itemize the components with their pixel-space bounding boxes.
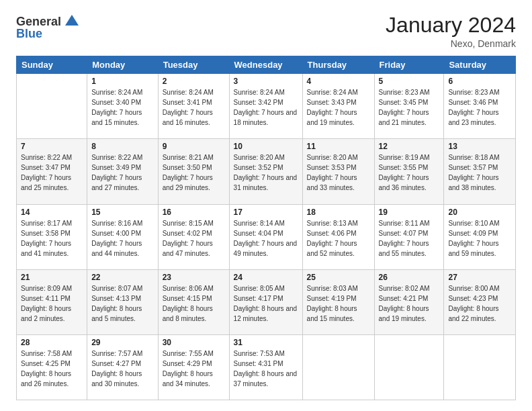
- day-number: 14: [21, 208, 83, 217]
- month-title: January 2024: [386, 13, 516, 37]
- day-number: 16: [163, 208, 225, 217]
- day-number: 7: [21, 142, 83, 151]
- table-row: 10Sunrise: 8:20 AMSunset: 3:52 PMDayligh…: [229, 139, 302, 204]
- table-row: 7Sunrise: 8:22 AMSunset: 3:47 PMDaylight…: [17, 139, 87, 204]
- header: General Blue January 2024 Nexo, Denmark: [16, 13, 516, 49]
- day-info: Sunrise: 8:23 AMSunset: 3:46 PMDaylight:…: [448, 87, 511, 128]
- day-info: Sunrise: 7:57 AMSunset: 4:27 PMDaylight:…: [91, 349, 154, 389]
- day-info: Sunrise: 8:07 AMSunset: 4:13 PMDaylight:…: [91, 283, 154, 324]
- table-row: 1Sunrise: 8:24 AMSunset: 3:40 PMDaylight…: [87, 74, 159, 139]
- week-row-0: 1Sunrise: 8:24 AMSunset: 3:40 PMDaylight…: [17, 74, 516, 139]
- table-row: 17Sunrise: 8:14 AMSunset: 4:04 PMDayligh…: [229, 204, 302, 269]
- table-row: 8Sunrise: 8:22 AMSunset: 3:49 PMDaylight…: [87, 139, 159, 204]
- table-row: 28Sunrise: 7:58 AMSunset: 4:25 PMDayligh…: [17, 334, 87, 400]
- day-info: Sunrise: 8:24 AMSunset: 3:43 PMDaylight:…: [307, 87, 370, 128]
- day-number: 28: [21, 338, 83, 347]
- day-info: Sunrise: 8:24 AMSunset: 3:41 PMDaylight:…: [163, 87, 225, 128]
- day-number: 10: [234, 142, 298, 151]
- day-info: Sunrise: 8:10 AMSunset: 4:09 PMDaylight:…: [448, 218, 511, 259]
- day-number: 25: [307, 273, 370, 282]
- table-row: 31Sunrise: 7:53 AMSunset: 4:31 PMDayligh…: [229, 334, 302, 400]
- table-row: 23Sunrise: 8:06 AMSunset: 4:15 PMDayligh…: [158, 269, 229, 334]
- day-number: 9: [163, 142, 225, 151]
- day-number: 4: [307, 77, 370, 86]
- day-info: Sunrise: 8:19 AMSunset: 3:55 PMDaylight:…: [379, 152, 440, 193]
- day-info: Sunrise: 8:22 AMSunset: 3:47 PMDaylight:…: [21, 152, 83, 193]
- table-row: 12Sunrise: 8:19 AMSunset: 3:55 PMDayligh…: [374, 139, 444, 204]
- day-info: Sunrise: 8:17 AMSunset: 3:58 PMDaylight:…: [21, 218, 83, 259]
- table-row: 6Sunrise: 8:23 AMSunset: 3:46 PMDaylight…: [444, 74, 516, 139]
- table-row: 2Sunrise: 8:24 AMSunset: 3:41 PMDaylight…: [158, 74, 229, 139]
- day-info: Sunrise: 8:20 AMSunset: 3:52 PMDaylight:…: [234, 152, 298, 193]
- day-info: Sunrise: 8:24 AMSunset: 3:42 PMDaylight:…: [234, 87, 298, 128]
- table-row: 21Sunrise: 8:09 AMSunset: 4:11 PMDayligh…: [17, 269, 87, 334]
- day-number: 5: [379, 77, 440, 86]
- day-info: Sunrise: 8:03 AMSunset: 4:19 PMDaylight:…: [307, 283, 370, 324]
- svg-marker-0: [65, 15, 79, 26]
- day-number: 19: [379, 208, 440, 217]
- day-info: Sunrise: 8:20 AMSunset: 3:53 PMDaylight:…: [307, 152, 370, 193]
- day-info: Sunrise: 8:21 AMSunset: 3:50 PMDaylight:…: [163, 152, 225, 193]
- day-info: Sunrise: 7:55 AMSunset: 4:29 PMDaylight:…: [163, 349, 225, 389]
- title-area: January 2024 Nexo, Denmark: [386, 13, 516, 49]
- table-row: 20Sunrise: 8:10 AMSunset: 4:09 PMDayligh…: [444, 204, 516, 269]
- day-number: 23: [163, 273, 225, 282]
- table-row: 5Sunrise: 8:23 AMSunset: 3:45 PMDaylight…: [374, 74, 444, 139]
- logo-blue: Blue: [16, 27, 42, 41]
- day-info: Sunrise: 7:53 AMSunset: 4:31 PMDaylight:…: [234, 349, 298, 389]
- day-info: Sunrise: 8:18 AMSunset: 3:57 PMDaylight:…: [448, 152, 511, 193]
- table-row: 25Sunrise: 8:03 AMSunset: 4:19 PMDayligh…: [302, 269, 374, 334]
- day-info: Sunrise: 8:09 AMSunset: 4:11 PMDaylight:…: [21, 283, 83, 324]
- table-row: 13Sunrise: 8:18 AMSunset: 3:57 PMDayligh…: [444, 139, 516, 204]
- day-info: Sunrise: 8:06 AMSunset: 4:15 PMDaylight:…: [163, 283, 225, 324]
- table-row: 14Sunrise: 8:17 AMSunset: 3:58 PMDayligh…: [17, 204, 87, 269]
- table-row: [17, 74, 87, 139]
- table-row: 26Sunrise: 8:02 AMSunset: 4:21 PMDayligh…: [374, 269, 444, 334]
- day-info: Sunrise: 8:16 AMSunset: 4:00 PMDaylight:…: [91, 218, 154, 259]
- col-monday: Monday: [87, 56, 159, 74]
- week-row-2: 14Sunrise: 8:17 AMSunset: 3:58 PMDayligh…: [17, 204, 516, 269]
- day-info: Sunrise: 8:05 AMSunset: 4:17 PMDaylight:…: [234, 283, 298, 324]
- table-row: 9Sunrise: 8:21 AMSunset: 3:50 PMDaylight…: [158, 139, 229, 204]
- day-info: Sunrise: 8:02 AMSunset: 4:21 PMDaylight:…: [379, 283, 440, 324]
- day-number: 18: [307, 208, 370, 217]
- day-info: Sunrise: 8:22 AMSunset: 3:49 PMDaylight:…: [91, 152, 154, 193]
- table-row: 24Sunrise: 8:05 AMSunset: 4:17 PMDayligh…: [229, 269, 302, 334]
- day-number: 29: [91, 338, 154, 347]
- calendar-table: Sunday Monday Tuesday Wednesday Thursday…: [16, 56, 516, 400]
- day-number: 26: [379, 273, 440, 282]
- day-info: Sunrise: 8:23 AMSunset: 3:45 PMDaylight:…: [379, 87, 440, 128]
- day-info: Sunrise: 8:13 AMSunset: 4:06 PMDaylight:…: [307, 218, 370, 259]
- col-wednesday: Wednesday: [229, 56, 302, 74]
- day-number: 8: [91, 142, 154, 151]
- day-number: 22: [91, 273, 154, 282]
- logo-icon: [64, 13, 80, 30]
- table-row: 27Sunrise: 8:00 AMSunset: 4:23 PMDayligh…: [444, 269, 516, 334]
- day-number: 21: [21, 273, 83, 282]
- table-row: 3Sunrise: 8:24 AMSunset: 3:42 PMDaylight…: [229, 74, 302, 139]
- day-info: Sunrise: 8:15 AMSunset: 4:02 PMDaylight:…: [163, 218, 225, 259]
- day-info: Sunrise: 8:24 AMSunset: 3:40 PMDaylight:…: [91, 87, 154, 128]
- week-row-4: 28Sunrise: 7:58 AMSunset: 4:25 PMDayligh…: [17, 334, 516, 400]
- table-row: 22Sunrise: 8:07 AMSunset: 4:13 PMDayligh…: [87, 269, 159, 334]
- day-number: 31: [234, 338, 298, 347]
- col-saturday: Saturday: [444, 56, 516, 74]
- table-row: 4Sunrise: 8:24 AMSunset: 3:43 PMDaylight…: [302, 74, 374, 139]
- day-number: 3: [234, 77, 298, 86]
- day-info: Sunrise: 7:58 AMSunset: 4:25 PMDaylight:…: [21, 349, 83, 389]
- day-number: 11: [307, 142, 370, 151]
- table-row: 29Sunrise: 7:57 AMSunset: 4:27 PMDayligh…: [87, 334, 159, 400]
- week-row-1: 7Sunrise: 8:22 AMSunset: 3:47 PMDaylight…: [17, 139, 516, 204]
- table-row: [302, 334, 374, 400]
- col-sunday: Sunday: [17, 56, 87, 74]
- day-number: 1: [91, 77, 154, 86]
- day-number: 13: [448, 142, 511, 151]
- day-info: Sunrise: 8:14 AMSunset: 4:04 PMDaylight:…: [234, 218, 298, 259]
- logo-area: General Blue: [16, 13, 80, 41]
- day-info: Sunrise: 8:00 AMSunset: 4:23 PMDaylight:…: [448, 283, 511, 324]
- table-row: 16Sunrise: 8:15 AMSunset: 4:02 PMDayligh…: [158, 204, 229, 269]
- week-row-3: 21Sunrise: 8:09 AMSunset: 4:11 PMDayligh…: [17, 269, 516, 334]
- table-row: [374, 334, 444, 400]
- calendar-page: General Blue January 2024 Nexo, Denmark …: [0, 0, 532, 411]
- day-number: 6: [448, 77, 511, 86]
